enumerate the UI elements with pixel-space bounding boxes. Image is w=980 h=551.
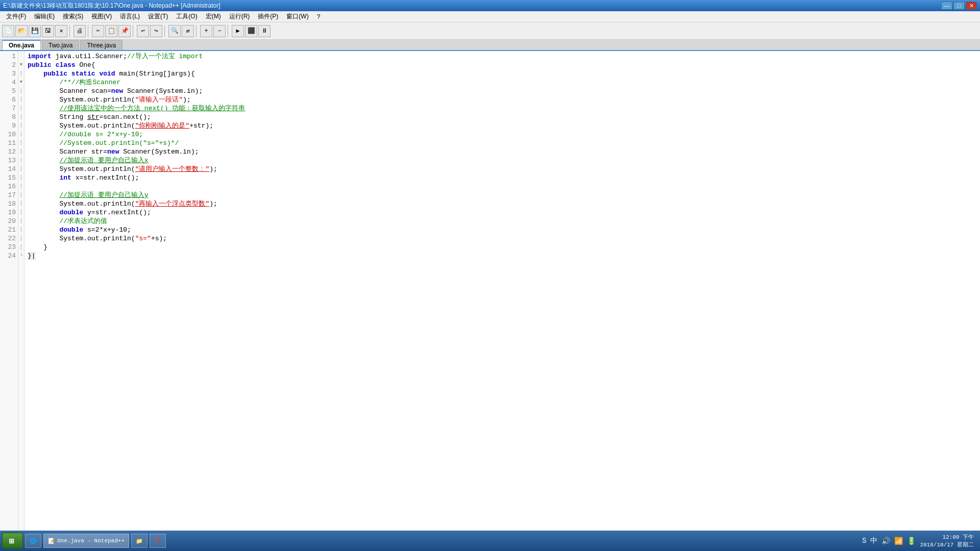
- menu-edit[interactable]: 编辑(E): [30, 11, 59, 22]
- tab-two-java[interactable]: Two.java: [42, 40, 79, 50]
- toolbar: 📄 📂 💾 🖫 ✕ 🖨 ✂ 📋 📌 ↩ ↪ 🔍 ⇄ + − ▶ ⬛ ⏸: [0, 22, 980, 40]
- titlebar-controls: — □ ✕: [941, 2, 977, 10]
- redo-button[interactable]: ↪: [150, 25, 162, 37]
- debug-button[interactable]: ⬛: [245, 25, 257, 37]
- time-display: 12:09 下午: [920, 533, 974, 541]
- menu-search[interactable]: 搜索(S): [59, 11, 87, 22]
- menu-file[interactable]: 文件(F): [2, 11, 30, 22]
- separator-3: [133, 25, 135, 37]
- zoom-in-button[interactable]: +: [200, 25, 212, 37]
- run-button[interactable]: ▶: [232, 25, 244, 37]
- start-button[interactable]: ⊞: [2, 533, 23, 549]
- separator-5: [196, 25, 198, 37]
- menubar: 文件(F) 编辑(E) 搜索(S) 视图(V) 语言(L) 设置(T) 工具(O…: [0, 11, 980, 22]
- tab-one-java[interactable]: One.java: [2, 40, 41, 50]
- replace-button[interactable]: ⇄: [182, 25, 194, 37]
- ie-icon: 🌐: [30, 538, 37, 544]
- menu-macro[interactable]: 宏(M): [202, 11, 225, 22]
- step-button[interactable]: ⏸: [258, 25, 271, 37]
- notepadpp-label: One.java - Notepad++: [57, 538, 125, 544]
- zoom-out-button[interactable]: −: [213, 25, 226, 37]
- separator-4: [164, 25, 166, 37]
- tabbar: One.java Two.java Three.java: [0, 40, 980, 51]
- explorer-icon: 📁: [136, 538, 143, 544]
- taskbar-right: S 中 🔊 📶 🔋 12:09 下午 2018/10/17 星期二: [862, 533, 978, 548]
- menu-help[interactable]: ?: [313, 11, 325, 22]
- notepadpp-icon: 📝: [48, 538, 55, 544]
- help-icon: ❓: [154, 538, 161, 544]
- code-area[interactable]: import java.util.Scanner;//导入一个法宝 import…: [24, 51, 980, 537]
- start-icon: ⊞: [9, 537, 14, 545]
- print-button[interactable]: 🖨: [74, 25, 86, 37]
- open-button[interactable]: 📂: [15, 25, 28, 37]
- close-button[interactable]: ✕: [966, 2, 977, 10]
- menu-run[interactable]: 运行(R): [225, 11, 254, 22]
- taskbar-ie[interactable]: 🌐: [25, 534, 41, 548]
- tray-sogou[interactable]: S: [862, 537, 866, 545]
- cut-button[interactable]: ✂: [92, 25, 104, 37]
- date-display: 2018/10/17 星期二: [920, 541, 974, 548]
- tray-network[interactable]: 📶: [894, 537, 903, 545]
- separator-6: [228, 25, 230, 37]
- titlebar-title: E:\新建文件夹\13移动互取1801陈龙\10.17\One.java - N…: [3, 2, 220, 10]
- taskbar-help[interactable]: ❓: [150, 534, 166, 548]
- undo-button[interactable]: ↩: [137, 25, 149, 37]
- copy-button[interactable]: 📋: [105, 25, 117, 37]
- menu-plugins[interactable]: 插件(P): [254, 11, 282, 22]
- taskbar: ⊞ 🌐 📝 One.java - Notepad++ 📁 ❓ S 中 🔊 📶 🔋…: [0, 531, 980, 551]
- titlebar: E:\新建文件夹\13移动互取1801陈龙\10.17\One.java - N…: [0, 0, 980, 11]
- tab-three-java[interactable]: Three.java: [80, 40, 122, 50]
- separator-1: [69, 25, 71, 37]
- taskbar-explorer[interactable]: 📁: [131, 534, 148, 548]
- tray-ime[interactable]: 中: [870, 536, 877, 545]
- menu-settings[interactable]: 设置(T): [144, 11, 172, 22]
- line-numbers: 12345 678910 1112131415 1617181920 21222…: [0, 51, 18, 537]
- minimize-button[interactable]: —: [941, 2, 952, 10]
- separator-2: [88, 25, 90, 37]
- taskbar-notepadpp[interactable]: 📝 One.java - Notepad++: [43, 534, 129, 548]
- menu-tools[interactable]: 工具(O): [172, 11, 201, 22]
- tray-battery[interactable]: 🔋: [907, 537, 916, 545]
- save-all-button[interactable]: 🖫: [42, 25, 54, 37]
- new-button[interactable]: 📄: [2, 25, 14, 37]
- editor: 12345 678910 1112131415 1617181920 21222…: [0, 51, 980, 537]
- maximize-button[interactable]: □: [953, 2, 965, 10]
- menu-window[interactable]: 窗口(W): [282, 11, 312, 22]
- close-button-tb[interactable]: ✕: [55, 25, 67, 37]
- tray-volume[interactable]: 🔊: [881, 537, 890, 545]
- menu-view[interactable]: 视图(V): [87, 11, 116, 22]
- clock[interactable]: 12:09 下午 2018/10/17 星期二: [920, 533, 974, 548]
- fold-column: ▼ │ ▼ │ │ │ │ │ │ │ │ │ │ │ │ │ │ │ │ │ …: [18, 51, 24, 537]
- paste-button[interactable]: 📌: [118, 25, 131, 37]
- find-button[interactable]: 🔍: [168, 25, 181, 37]
- save-button[interactable]: 💾: [29, 25, 41, 37]
- menu-language[interactable]: 语言(L): [116, 11, 144, 22]
